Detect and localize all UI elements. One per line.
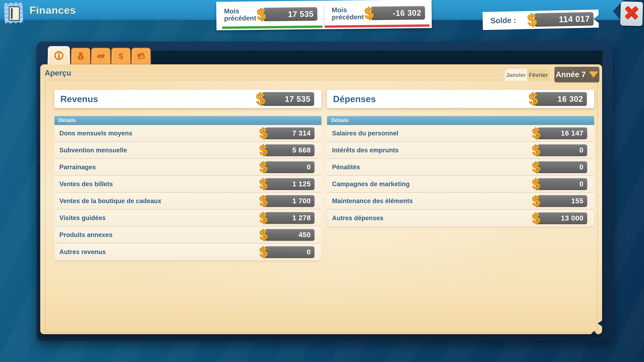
table-row: Parrainages $0 — [54, 159, 322, 176]
row-label: Visites guidées — [54, 214, 265, 222]
dollar-icon: $ — [259, 160, 268, 175]
table-row: Visites guidées $1 278 — [54, 210, 322, 227]
value-pill: 16 147 — [538, 127, 587, 139]
chevron-down-icon — [589, 71, 598, 77]
window-title: Finances — [30, 0, 76, 20]
overview-panel: Aperçu Janvier Février Année 7 Revenus $… — [40, 64, 602, 334]
row-label: Produits annexes — [54, 231, 265, 239]
dollar-icon: $ — [532, 211, 541, 226]
value-pill: 16 302 — [535, 92, 587, 106]
month-tab-fevrier[interactable]: Février — [527, 69, 550, 81]
info-icon — [53, 50, 64, 60]
dollar-icon: $ — [532, 143, 541, 158]
dollar-icon: $ — [259, 176, 268, 192]
dollar-icon: $ — [532, 176, 541, 192]
money-value: $0 — [538, 161, 587, 173]
svg-text:$: $ — [118, 51, 124, 61]
value-pill: 450 — [265, 229, 314, 241]
value-pill: 1 125 — [265, 178, 314, 190]
row-label: Maintenance des éléments — [327, 197, 538, 205]
value-pill: -16 302 — [371, 6, 425, 20]
row-label: Subvention mensuelle — [54, 147, 265, 154]
tab-income[interactable]: $ — [71, 48, 90, 64]
balance-label: Solde : — [490, 16, 516, 25]
expenses-details-header: Détails — [327, 116, 594, 125]
money-value: $155 — [538, 195, 587, 207]
handshake-icon — [96, 51, 106, 61]
value-pill: 5 668 — [265, 144, 314, 156]
money-value: $ -16 302 — [371, 6, 425, 20]
money-value: $1 700 — [265, 195, 314, 207]
table-row: Ventes des billets $1 125 — [54, 176, 322, 193]
dollar-icon: $ — [532, 160, 541, 175]
money-value: $ 114 017 — [534, 12, 594, 26]
table-row: Pénalités $0 — [327, 159, 594, 176]
year-label: Année 7 — [556, 70, 586, 79]
tab-contracts[interactable] — [91, 48, 111, 64]
money-value: $0 — [265, 161, 314, 173]
panel-notch-right — [598, 321, 602, 327]
tab-charts[interactable] — [131, 48, 151, 64]
money-value: $0 — [538, 178, 587, 190]
chart-icon — [136, 51, 146, 61]
dollar-icon: $ — [259, 227, 268, 242]
money-value: $ 17 535 — [262, 92, 314, 106]
expenses-table: Salaires du personnel $16 147 Intérêts d… — [327, 125, 594, 227]
panel-notch-bottom — [591, 331, 597, 334]
table-row: Ventes de la boutique de cadeaux $1 700 — [54, 193, 322, 210]
value-pill: 7 314 — [265, 127, 314, 139]
year-selector[interactable]: Année 7 — [554, 67, 600, 82]
income-total-card: Revenus $ 17 535 — [54, 90, 322, 108]
page-title: Aperçu — [44, 68, 71, 77]
game-background: Finances Mois précédent $ 17 535 Mois pr… — [0, 0, 644, 362]
dollar-icon: $ — [259, 245, 268, 260]
table-row: Dons mensuels moyens $7 314 — [54, 125, 322, 142]
value-pill: 114 017 — [534, 12, 594, 26]
money-value: $ 16 302 — [535, 92, 587, 106]
money-value: $ 17 535 — [263, 7, 318, 21]
money-value: $5 668 — [265, 144, 314, 156]
income-table: Dons mensuels moyens $7 314 Subvention m… — [54, 125, 322, 260]
dollar-icon: $ — [364, 5, 374, 22]
tab-overview[interactable] — [48, 46, 70, 64]
value-pill: 17 535 — [262, 92, 314, 106]
dollar-icon: $ — [528, 90, 539, 107]
row-label: Autres dépenses — [327, 215, 538, 222]
balance-panel: Solde : $ 114 017 — [482, 9, 599, 30]
dollar-icon: $ — [256, 6, 267, 23]
row-label: Pénalités — [327, 164, 538, 171]
value-pill: 155 — [538, 195, 587, 207]
close-button[interactable] — [620, 1, 643, 26]
money-value: $1 278 — [265, 212, 314, 224]
money-value: $450 — [265, 229, 314, 241]
value-pill: 0 — [265, 246, 314, 258]
money-bag-icon: $ — [76, 51, 86, 61]
row-label: Campagnes de marketing — [327, 180, 538, 188]
dollar-icon: $ — [532, 126, 541, 141]
money-value: $0 — [265, 246, 314, 258]
table-row: Intérêts des emprunts $0 — [327, 142, 594, 159]
value-pill: 1 278 — [265, 212, 314, 224]
money-value: $0 — [538, 144, 587, 156]
row-label: Salaires du personnel — [327, 130, 538, 137]
table-row: Produits annexes $450 — [54, 227, 322, 244]
dollar-icon: $ — [532, 193, 541, 209]
dollar-icon: $ — [259, 143, 268, 158]
value-pill: 0 — [265, 161, 314, 173]
value-pill: 1 700 — [265, 195, 314, 207]
row-label: Dons mensuels moyens — [54, 130, 265, 137]
dollar-icon: $ — [259, 126, 268, 141]
money-value: $1 125 — [265, 178, 314, 190]
dollar-icon: $ — [259, 193, 268, 209]
month-tab-janvier[interactable]: Janvier — [505, 69, 527, 81]
dollar-icon: $ — [526, 11, 538, 29]
dollar-icon: $ — [256, 90, 266, 107]
table-row: Autres dépenses $13 000 — [327, 210, 594, 227]
income-title: Revenus — [54, 94, 262, 104]
ledger-book-icon — [8, 6, 20, 21]
money-value: $13 000 — [538, 212, 587, 224]
row-label: Autres revenus — [54, 248, 265, 256]
tab-money[interactable]: $ — [111, 48, 131, 64]
table-row: Salaires du personnel $16 147 — [327, 125, 594, 142]
value-pill: 0 — [538, 144, 587, 156]
